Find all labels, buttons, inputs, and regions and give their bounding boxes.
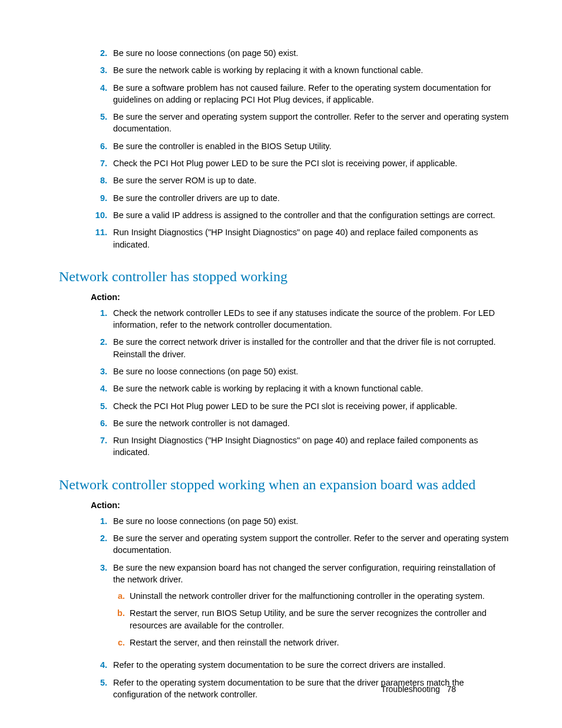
- ordered-list-section-1: 2.Be sure no loose connections (on page …: [91, 47, 509, 251]
- list-item-text: Check the network controller LEDs to see…: [113, 307, 509, 331]
- list-item-text: Be sure no loose connections (on page 50…: [113, 515, 509, 527]
- list-item-text: Run Insight Diagnostics ("HP Insight Dia…: [113, 434, 509, 459]
- list-marker: 1.: [91, 515, 107, 527]
- list-item: 1.Check the network controller LEDs to s…: [91, 307, 509, 331]
- list-item-text: Be sure the network cable is working by …: [113, 64, 509, 76]
- page: 2.Be sure no loose connections (on page …: [59, 47, 509, 728]
- list-marker: 8.: [91, 174, 107, 186]
- list-item: 1.Be sure no loose connections (on page …: [91, 515, 509, 527]
- list-marker: 4.: [91, 659, 107, 671]
- list-item-text: Be sure the controller drivers are up to…: [113, 192, 509, 204]
- list-item-text: Be sure a software problem has not cause…: [113, 82, 509, 106]
- sublist-marker: a.: [113, 590, 125, 602]
- list-item-text: Refer to the operating system documentat…: [113, 659, 509, 671]
- list-item: 4.Refer to the operating system document…: [91, 659, 509, 671]
- list-marker: 6.: [91, 417, 107, 429]
- list-marker: 10.: [91, 209, 107, 221]
- list-marker: 5.: [91, 400, 107, 412]
- ordered-list-section-3: 1.Be sure no loose connections (on page …: [91, 515, 509, 701]
- list-item-text: Run Insight Diagnostics ("HP Insight Dia…: [113, 226, 509, 251]
- footer-section-name: Troubleshooting: [381, 684, 440, 694]
- list-marker: 4.: [91, 383, 107, 394]
- list-item: 5.Check the PCI Hot Plug power LED to be…: [91, 400, 509, 412]
- sublist-marker: c.: [113, 637, 125, 648]
- list-marker: 11.: [91, 226, 107, 238]
- list-item: 9.Be sure the controller drivers are up …: [91, 192, 509, 204]
- list-item: 2.Be sure no loose connections (on page …: [91, 47, 509, 59]
- list-marker: 4.: [91, 82, 107, 94]
- list-marker: 1.: [91, 307, 107, 319]
- list-item-text: Be sure the controller is enabled in the…: [113, 140, 509, 152]
- list-item-text: Be sure the network cable is working by …: [113, 383, 509, 394]
- list-marker: 7.: [91, 434, 107, 446]
- ordered-list-section-2: 1.Check the network controller LEDs to s…: [91, 307, 509, 459]
- list-item: 3.Be sure the network cable is working b…: [91, 64, 509, 76]
- list-marker: 5.: [91, 677, 107, 689]
- list-marker: 6.: [91, 140, 107, 152]
- list-item-text: Be sure no loose connections (on page 50…: [113, 365, 509, 377]
- list-marker: 2.: [91, 47, 107, 59]
- page-footer: Troubleshooting 78: [381, 684, 456, 696]
- list-item-text: Check the PCI Hot Plug power LED to be s…: [113, 157, 509, 169]
- list-item: 4.Be sure a software problem has not cau…: [91, 82, 509, 106]
- sublist-item-text: Uninstall the network controller driver …: [130, 590, 509, 602]
- sublist-item: b.Restart the server, run BIOS Setup Uti…: [113, 607, 509, 631]
- list-item: 4.Be sure the network cable is working b…: [91, 383, 509, 394]
- list-item: 2.Be sure the correct network driver is …: [91, 336, 509, 360]
- list-marker: 9.: [91, 192, 107, 204]
- sublist-item: c.Restart the server, and then reinstall…: [113, 637, 509, 648]
- list-marker: 2.: [91, 336, 107, 348]
- ordered-sublist: a.Uninstall the network controller drive…: [113, 590, 509, 648]
- list-item-text: Be sure no loose connections (on page 50…: [113, 47, 509, 59]
- list-item: 7.Check the PCI Hot Plug power LED to be…: [91, 157, 509, 169]
- list-item-text: Be sure the server and operating system …: [113, 532, 509, 556]
- list-item: 8.Be sure the server ROM is up to date.: [91, 174, 509, 186]
- list-item: 3.Be sure no loose connections (on page …: [91, 365, 509, 377]
- sublist-marker: b.: [113, 607, 125, 619]
- list-item: 2.Be sure the server and operating syste…: [91, 532, 509, 556]
- list-marker: 3.: [91, 562, 107, 574]
- heading-stopped-working: Network controller has stopped working: [59, 267, 509, 287]
- list-item-text: Be sure the correct network driver is in…: [113, 336, 509, 360]
- sublist-item-text: Restart the server, and then reinstall t…: [130, 637, 509, 648]
- list-item-text: Be sure the network controller is not da…: [113, 417, 509, 429]
- action-label: Action:: [91, 291, 509, 303]
- action-label: Action:: [91, 499, 509, 511]
- list-marker: 5.: [91, 111, 107, 123]
- list-marker: 2.: [91, 532, 107, 544]
- list-item-text: Be sure a valid IP address is assigned t…: [113, 209, 509, 221]
- list-item-text: Be sure the new expansion board has not …: [113, 562, 509, 654]
- sublist-item: a.Uninstall the network controller drive…: [113, 590, 509, 602]
- footer-page-number: 78: [447, 684, 456, 694]
- list-item: 5.Be sure the server and operating syste…: [91, 111, 509, 135]
- list-item: 7.Run Insight Diagnostics ("HP Insight D…: [91, 434, 509, 459]
- list-item: 6.Be sure the network controller is not …: [91, 417, 509, 429]
- heading-expansion-board: Network controller stopped working when …: [59, 475, 509, 495]
- list-marker: 3.: [91, 64, 107, 76]
- list-marker: 7.: [91, 157, 107, 169]
- list-item-text: Be sure the server and operating system …: [113, 111, 509, 135]
- list-marker: 3.: [91, 365, 107, 377]
- list-item: 11.Run Insight Diagnostics ("HP Insight …: [91, 226, 509, 251]
- list-item: 10.Be sure a valid IP address is assigne…: [91, 209, 509, 221]
- list-item-text: Check the PCI Hot Plug power LED to be s…: [113, 400, 509, 412]
- list-item: 3.Be sure the new expansion board has no…: [91, 562, 509, 654]
- sublist-item-text: Restart the server, run BIOS Setup Utili…: [130, 607, 509, 631]
- list-item-text: Be sure the server ROM is up to date.: [113, 174, 509, 186]
- list-item: 6.Be sure the controller is enabled in t…: [91, 140, 509, 152]
